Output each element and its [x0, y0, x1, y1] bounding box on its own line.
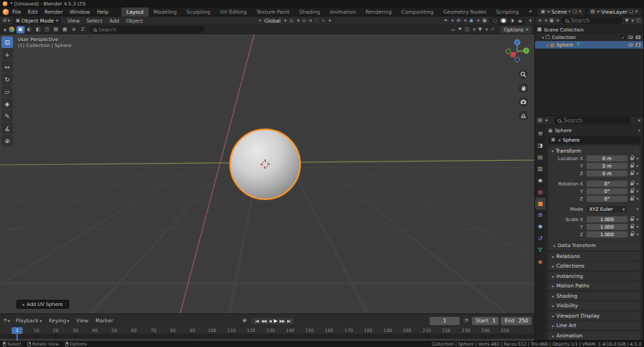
shading-solid-icon[interactable]: ●: [500, 18, 507, 23]
navigation-gizmo[interactable]: Z Y: [504, 37, 531, 64]
material-properties-tab[interactable]: ◉: [535, 256, 545, 268]
tool-search-input[interactable]: Search: [89, 26, 204, 33]
active-tool-properties-tab[interactable]: ⚒: [535, 128, 545, 140]
collection-visibility-icon[interactable]: ◫: [465, 27, 470, 32]
app-menu-help[interactable]: Help: [93, 9, 112, 15]
panel-instancing[interactable]: ▸Instancing∷: [548, 272, 641, 281]
panel-collections[interactable]: ▸Collections∷: [548, 261, 641, 270]
hide-eye-icon[interactable]: [628, 43, 633, 47]
value-field[interactable]: 1.000: [586, 231, 628, 238]
unlink-scene-icon[interactable]: ✕: [578, 10, 582, 14]
animate-dot-icon[interactable]: [636, 190, 639, 192]
outliner-filter-icon[interactable]: ▣: [549, 18, 554, 23]
lock-icon[interactable]: [630, 165, 634, 168]
value-field[interactable]: 0°: [586, 188, 628, 195]
lock-icon[interactable]: [630, 233, 634, 236]
render-visibility-icon[interactable]: [636, 36, 641, 39]
lock-icon[interactable]: [630, 218, 634, 221]
show-gizmo-icon[interactable]: ⊕: [456, 18, 460, 23]
workspace-tab-modeling[interactable]: Modeling: [149, 8, 182, 16]
animate-dot-icon[interactable]: [636, 218, 639, 220]
delta-transform-subpanel[interactable]: ▸ Delta Transform: [548, 241, 641, 249]
properties-search-input[interactable]: Search: [554, 117, 631, 124]
tweak-select-tool-button[interactable]: ⊡: [1, 36, 13, 48]
lock-icon[interactable]: [630, 183, 634, 185]
pin-icon[interactable]: ⌖: [638, 129, 641, 133]
jump-to-next-keyframe-button[interactable]: ▶▶: [279, 318, 285, 323]
animate-dot-icon[interactable]: [636, 198, 639, 200]
panel-visibility[interactable]: ▸Visibility∷: [548, 301, 641, 310]
new-scene-icon[interactable]: ❏: [572, 10, 576, 14]
workspace-tab-texture-paint[interactable]: Texture Paint: [251, 8, 294, 16]
shading-material-preview-icon[interactable]: ◑: [508, 18, 515, 23]
annotate-tool-button[interactable]: ✎: [1, 110, 13, 122]
render-properties-tab[interactable]: ◨: [535, 140, 545, 151]
new-collection-icon[interactable]: ◫: [636, 18, 641, 23]
add-workspace-button[interactable]: +: [523, 8, 537, 16]
mode-dropdown[interactable]: ▣ Object Mode ▼: [13, 17, 62, 25]
proportional-editing-icon[interactable]: ○: [314, 18, 319, 23]
panel-motion-paths[interactable]: ▸Motion Paths∷: [548, 281, 641, 290]
tool-settings-icon[interactable]: ▤: [52, 26, 60, 34]
timeline-menu-view[interactable]: View: [73, 318, 92, 324]
modifiers-properties-tab[interactable]: ⚙: [535, 209, 545, 221]
camera-view-button[interactable]: [519, 97, 528, 107]
physics-properties-tab[interactable]: ↺: [535, 233, 545, 244]
value-field[interactable]: 1.000: [586, 216, 628, 223]
lock-icon[interactable]: [630, 198, 634, 201]
annotation-tool-icon[interactable]: ▭: [451, 27, 456, 32]
viewport-menu-add[interactable]: Add: [106, 18, 123, 24]
pan-hand-button[interactable]: [519, 83, 528, 93]
value-field[interactable]: 0 m: [586, 163, 628, 170]
world-properties-tab[interactable]: ◍: [535, 186, 545, 198]
zoom-button[interactable]: [519, 70, 528, 79]
workspace-tab-scripting[interactable]: Scripting: [491, 8, 523, 16]
tool-settings-chevron-icon[interactable]: ▼: [3, 27, 7, 32]
animate-dot-icon[interactable]: [636, 157, 639, 159]
cursor-tool-button[interactable]: +: [1, 49, 13, 60]
workspace-tab-uv-editing[interactable]: UV Editing: [215, 8, 251, 16]
viewport-menu-select[interactable]: Select: [83, 18, 106, 24]
app-menu-edit[interactable]: Edit: [25, 9, 42, 15]
value-field[interactable]: 0 m: [586, 155, 628, 162]
outliner-display-mode-icon[interactable]: ≡: [538, 18, 542, 23]
animate-dot-icon[interactable]: [636, 172, 639, 175]
outliner-row-scene-collection[interactable]: ▦Scene Collection: [535, 26, 643, 34]
exclude-checkbox[interactable]: ✓: [621, 35, 626, 40]
shading-rendered-icon[interactable]: ◒: [517, 18, 523, 23]
panel-viewport-display[interactable]: ▸Viewport Display∷: [548, 311, 641, 320]
lock-icon[interactable]: [630, 157, 634, 160]
operator-panel[interactable]: ▸ Add UV Sphere: [16, 300, 69, 309]
viewport-canvas[interactable]: ⊡+↔↻▱◈✎∡⊕ User Perspective (1) Collectio…: [0, 34, 534, 313]
filter-funnel-icon[interactable]: ▼: [625, 18, 628, 23]
play-reverse-button[interactable]: ◀: [268, 318, 272, 323]
particles-properties-tab[interactable]: ✱: [535, 221, 545, 233]
timeline-menu-keying[interactable]: Keying▼: [45, 318, 73, 324]
lock-icon[interactable]: [630, 172, 634, 175]
shading-dropdown-icon[interactable]: ▼: [529, 18, 532, 23]
workspace-tab-sculpting[interactable]: Sculpting: [182, 8, 215, 16]
falloff-icon[interactable]: ∧: [321, 18, 325, 23]
frame-start-field[interactable]: Start 1: [472, 317, 499, 325]
animate-dot-icon[interactable]: [636, 208, 639, 210]
tool-settings-icon[interactable]: ▦: [61, 26, 69, 34]
measure-tool-button[interactable]: ∡: [1, 123, 13, 134]
workspace-tab-geometry-nodes[interactable]: Geometry Nodes: [438, 8, 491, 16]
app-menu-file[interactable]: File: [9, 9, 25, 15]
panel-line-art[interactable]: ▸Line Art∷: [548, 321, 641, 330]
panel-animation[interactable]: ▸Animation∷: [548, 331, 641, 340]
pivot-point-icon[interactable]: ◎: [289, 18, 293, 23]
snap-magnet-icon[interactable]: ∪: [302, 18, 306, 23]
preview-range-icon[interactable]: ◔: [462, 318, 470, 324]
tool-settings-icon[interactable]: ◐: [25, 26, 34, 34]
blender-menu-icon[interactable]: [3, 9, 9, 15]
transform-panel-header[interactable]: ▾ Transform ∷: [548, 146, 641, 155]
transform-tool-button[interactable]: ◈: [1, 98, 13, 110]
animate-dot-icon[interactable]: [636, 233, 639, 235]
value-field[interactable]: 0°: [586, 181, 628, 188]
output-properties-tab[interactable]: ▤: [535, 151, 545, 163]
lock-icon[interactable]: [630, 190, 634, 193]
app-menu-render[interactable]: Render: [41, 9, 66, 15]
bookmark-icon[interactable]: ⚑: [458, 27, 462, 32]
object-visibility-icon[interactable]: ✦: [444, 18, 448, 23]
